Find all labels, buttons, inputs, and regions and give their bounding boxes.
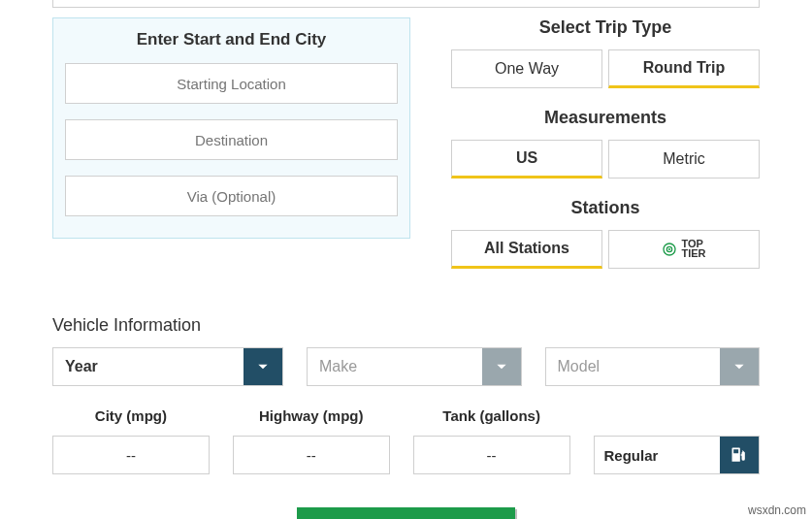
measurements-us[interactable]: US (451, 140, 602, 178)
fuel-type-select[interactable]: Regular (594, 436, 760, 474)
model-select-label: Model (546, 348, 721, 385)
fuel-label: Regular (595, 437, 720, 473)
chevron-down-icon (720, 348, 759, 385)
previous-panel-bottom (52, 0, 760, 8)
fuel-pump-icon (720, 437, 759, 473)
vehicle-info-title: Vehicle Information (52, 315, 760, 336)
destination-input[interactable] (65, 119, 398, 160)
city-panel-title: Enter Start and End City (65, 30, 398, 49)
trip-type-title: Select Trip Type (539, 17, 672, 38)
highway-mpg-input[interactable]: -- (233, 436, 390, 474)
chevron-down-icon (482, 348, 521, 385)
make-select-label: Make (308, 348, 482, 385)
trip-type-group: One Way Round Trip (451, 49, 760, 88)
chevron-down-icon (244, 348, 282, 385)
trip-type-oneway[interactable]: One Way (451, 49, 602, 88)
measurements-group: US Metric (451, 140, 760, 178)
city-mpg-label: City (mpg) (95, 407, 167, 424)
options-column: Select Trip Type One Way Round Trip Meas… (451, 17, 760, 288)
tank-col: Tank (gallons) -- (413, 407, 570, 474)
tank-input[interactable]: -- (413, 436, 570, 474)
city-mpg-col: City (mpg) -- (52, 407, 210, 474)
via-input[interactable] (65, 176, 398, 216)
measurements-metric[interactable]: Metric (608, 140, 760, 178)
model-select[interactable]: Model (545, 347, 761, 386)
year-select[interactable]: Year (52, 347, 283, 386)
target-icon (662, 242, 677, 257)
toptier-line2: TIER (681, 249, 705, 259)
city-mpg-input[interactable]: -- (52, 436, 210, 474)
make-select[interactable]: Make (307, 347, 522, 386)
trip-type-roundtrip[interactable]: Round Trip (608, 49, 760, 88)
highway-mpg-col: Highway (mpg) -- (233, 407, 390, 474)
calculate-button[interactable]: Calculate My Trip (297, 507, 516, 519)
tank-label: Tank (gallons) (442, 407, 540, 424)
city-panel: Enter Start and End City (52, 17, 410, 239)
stations-title: Stations (570, 198, 639, 218)
stations-group: All Stations TOP TIER (451, 230, 760, 269)
stations-all[interactable]: All Stations (451, 230, 602, 269)
highway-mpg-label: Highway (mpg) (259, 407, 364, 424)
start-location-input[interactable] (65, 63, 398, 104)
year-select-label: Year (53, 348, 244, 385)
watermark: wsxdn.com (748, 503, 806, 517)
stations-toptier[interactable]: TOP TIER (608, 230, 760, 269)
svg-point-2 (668, 248, 670, 250)
toptier-logo: TOP TIER (662, 240, 705, 259)
measurements-title: Measurements (544, 108, 666, 128)
